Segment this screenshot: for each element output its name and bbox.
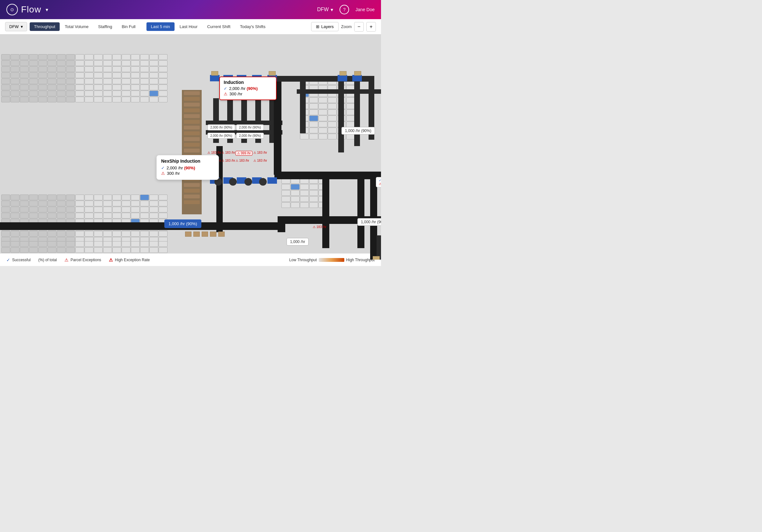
title-chevron-icon[interactable]: ▾ <box>45 7 48 13</box>
location-dropdown[interactable]: DFW ▾ <box>5 22 27 31</box>
user-name: Jane Doe <box>355 7 375 12</box>
sort-grid-bottom-left <box>1 195 167 242</box>
pkg-far-right1 <box>340 71 346 76</box>
rate-label-3: 2,000 /hr (90%) <box>207 133 235 139</box>
pkg-top2 <box>269 71 276 76</box>
pkg-right-bot1 <box>373 256 380 260</box>
nexship-popup[interactable]: NexShip Induction ✓ 2,000 /hr (90%) ⚠ 30… <box>156 155 219 180</box>
rate-label-4: 2,000 /hr (90%) <box>236 133 264 139</box>
success-legend-icon: ✓ <box>6 257 10 262</box>
rate-right-top: 1,000 /hr (90%) <box>342 127 375 135</box>
legend-successful: ✓ Successful <box>6 257 31 262</box>
nexship-success-icon: ✓ <box>161 166 165 170</box>
node2 <box>229 178 237 186</box>
high-exc-icon: ⚠ <box>109 257 113 262</box>
junction-far-right2 <box>352 75 362 81</box>
junction-bot5 <box>267 177 277 184</box>
induction-station-box[interactable]: Induction ✓ 2,000 /hr (90%) ⚠ 300 /hr <box>219 77 277 100</box>
tab-bin-full[interactable]: Bin Full <box>117 22 140 31</box>
nexship-exception-icon: ⚠ <box>161 171 165 176</box>
layers-button[interactable]: ⊞ Layers <box>311 22 339 31</box>
app-header: ⊙ Flow ▾ DFW ▾ ? Jane Doe <box>0 0 381 19</box>
node4 <box>259 178 267 186</box>
tab-last-hour[interactable]: Last Hour <box>175 22 202 31</box>
exc-label-1: ⚠ 183 /hr <box>207 151 221 154</box>
exc-label-6: ⚠ 183 /hr <box>221 159 235 162</box>
exc-label-2: ⚠ 183 /hr <box>221 151 235 154</box>
footer-legend: ✓ Successful (%) of total ⚠ Parcel Excep… <box>0 253 381 266</box>
induction-title: Induction <box>224 80 272 85</box>
header-location[interactable]: DFW ▾ <box>317 7 333 13</box>
view-tab-group: Throughput Total Volume Staffing Bin Ful… <box>30 22 140 31</box>
mini-status-box: ✓ ⚠ <box>376 177 381 187</box>
pkg-top1 <box>211 71 218 76</box>
sort-grid-right2 <box>281 178 327 207</box>
golden-package4 <box>210 232 216 237</box>
belt-v-far-right1 <box>338 76 344 153</box>
junction-top1 <box>210 75 219 81</box>
belt-v-bottom-right2 <box>357 171 364 248</box>
induction-exceptions: 300 /hr <box>229 92 242 96</box>
belt-curve1 <box>277 216 285 232</box>
parcel-exc-icon: ⚠ <box>64 257 69 262</box>
rate-label-2: 2,000 /hr (90%) <box>236 124 264 130</box>
pkg-far-right2 <box>354 71 361 76</box>
induction-exception-icon: ⚠ <box>224 92 228 96</box>
zoom-in-button[interactable]: + <box>366 22 376 32</box>
node3 <box>244 178 252 186</box>
belt-v-right2 <box>300 76 306 133</box>
zoom-out-button[interactable]: − <box>354 22 364 32</box>
nexship-title: NexShip Induction <box>161 159 214 164</box>
layers-icon: ⊞ <box>316 24 319 29</box>
rate-right-mid: 1,000 /hr (90%) <box>357 218 381 226</box>
dropdown-chevron-icon: ▾ <box>21 24 23 29</box>
belt-v-bottom-right <box>322 171 329 248</box>
logo-icon: ⊙ <box>6 4 18 15</box>
main-belt-horizontal <box>0 222 277 230</box>
throughput-gradient <box>319 258 344 262</box>
induction-success-icon: ✓ <box>224 86 227 91</box>
golden-package3 <box>202 232 208 237</box>
golden-package1 <box>185 232 191 237</box>
time-tab-group: Last 5 min Last Hour Current Shift Today… <box>146 22 270 31</box>
legend-throughput-range: Low Throughput High Throughput <box>289 258 375 262</box>
nexship-throughput: 2,000 /hr (90%) <box>167 166 195 170</box>
tab-staffing[interactable]: Staffing <box>94 22 117 31</box>
tab-total-volume[interactable]: Total Volume <box>60 22 93 31</box>
nexship-exceptions: 300 /hr <box>167 171 180 176</box>
exc-label-7: ⚠ 183 /hr <box>236 159 249 162</box>
legend-pct-total: (%) of total <box>38 258 57 262</box>
tab-current-shift[interactable]: Current Shift <box>203 22 235 31</box>
main-belt-rate: 1,000 /hr (90%) <box>164 220 201 228</box>
sort-grid-top-left <box>1 54 167 102</box>
tab-todays-shifts[interactable]: Today's Shifts <box>236 22 270 31</box>
zoom-label: Zoom <box>341 24 352 29</box>
exc-label-right: ⚠ 183 /hr <box>313 225 327 229</box>
flow-canvas: Induction ✓ 2,000 /hr (90%) ⚠ 300 /hr Ne… <box>0 34 381 260</box>
belt-v-far-right2 <box>354 76 360 146</box>
exc-label-3-alert: ⚠ 999 /hr <box>236 151 253 156</box>
exc-label-4: ⚠ 183 /hr <box>253 151 267 154</box>
legend-parcel-exc: ⚠ Parcel Exceptions <box>64 257 101 262</box>
tab-throughput[interactable]: Throughput <box>30 22 60 31</box>
app-title: Flow <box>21 4 41 15</box>
rate-right-bottom1: 1,000 /hr <box>286 238 309 245</box>
golden-package5 <box>218 232 225 237</box>
exc-label-8: ⚠ 183 /hr <box>253 159 267 162</box>
junction-far-right1 <box>338 75 347 81</box>
location-chevron-icon: ▾ <box>331 7 333 13</box>
golden-package2 <box>193 232 200 237</box>
tab-last-5-min[interactable]: Last 5 min <box>146 22 175 31</box>
help-button[interactable]: ? <box>340 5 349 14</box>
golden-belt-main <box>182 90 202 214</box>
rate-label-1: 2,000 /hr (90%) <box>207 124 235 130</box>
toolbar: DFW ▾ Throughput Total Volume Staffing B… <box>0 19 381 34</box>
induction-throughput: 2,000 /hr (90%) <box>229 86 258 91</box>
logo-area: ⊙ Flow ▾ <box>6 4 48 15</box>
legend-high-exc-rate: ⚠ High Exception Rate <box>109 257 150 262</box>
header-right: DFW ▾ ? Jane Doe <box>317 5 375 14</box>
